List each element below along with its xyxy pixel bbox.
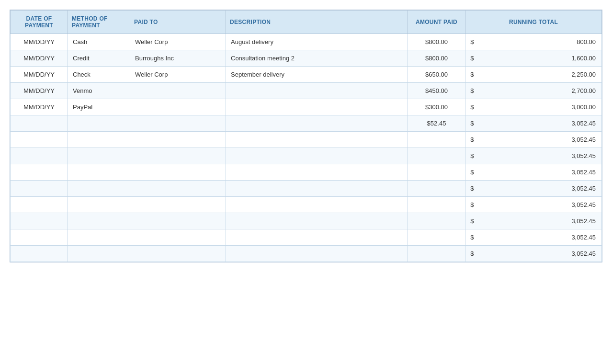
table-cell	[130, 213, 226, 229]
table-cell	[130, 229, 226, 246]
table-cell: MM/DD/YY	[11, 83, 68, 99]
table-cell	[226, 197, 408, 213]
table-cell	[130, 246, 226, 262]
table-row: $3,052.45	[11, 132, 602, 148]
table-cell	[68, 115, 130, 132]
table-cell: Cash	[68, 34, 130, 50]
table-cell	[408, 229, 465, 246]
table-row: $3,052.45	[11, 181, 602, 197]
table-cell	[68, 197, 130, 213]
table-cell	[408, 181, 465, 197]
table-row: $3,052.45	[11, 213, 602, 229]
running-total-dollar-sign: $	[465, 67, 475, 83]
table-cell	[226, 115, 408, 132]
header-running-total: RUNNING TOTAL	[465, 11, 602, 34]
table-cell	[130, 148, 226, 164]
table-cell	[408, 246, 465, 262]
running-total-dollar-sign: $	[465, 197, 475, 213]
table-cell	[226, 181, 408, 197]
running-total-value: 3,052.45	[475, 115, 602, 132]
table-cell: Weller Corp	[130, 34, 226, 50]
table-cell: Consultation meeting 2	[226, 50, 408, 67]
running-total-value: 3,052.45	[475, 213, 602, 229]
table-cell	[226, 164, 408, 181]
table-cell: $650.00	[408, 67, 465, 83]
table-cell	[226, 83, 408, 99]
running-total-dollar-sign: $	[465, 246, 475, 262]
table-cell	[408, 213, 465, 229]
running-total-dollar-sign: $	[465, 99, 475, 115]
table-row: $3,052.45	[11, 246, 602, 262]
header-amount-paid: AMOUNT PAID	[408, 11, 465, 34]
table-cell: $800.00	[408, 34, 465, 50]
table-cell	[408, 164, 465, 181]
table-cell: $52.45	[408, 115, 465, 132]
running-total-value: 800.00	[475, 34, 602, 50]
table-cell	[11, 115, 68, 132]
table-cell	[11, 148, 68, 164]
running-total-value: 3,052.45	[475, 246, 602, 262]
running-total-value: 3,052.45	[475, 132, 602, 148]
running-total-value: 3,052.45	[475, 197, 602, 213]
running-total-dollar-sign: $	[465, 132, 475, 148]
table-cell	[226, 99, 408, 115]
table-row: MM/DD/YYCreditBurroughs IncConsultation …	[11, 50, 602, 67]
table-cell: PayPal	[68, 99, 130, 115]
table-cell	[130, 164, 226, 181]
running-total-value: 3,052.45	[475, 148, 602, 164]
table-cell	[68, 132, 130, 148]
table-cell	[68, 181, 130, 197]
table-cell	[130, 115, 226, 132]
table-cell: Burroughs Inc	[130, 50, 226, 67]
table-header-row: DATE OF PAYMENT METHOD OF PAYMENT PAID T…	[11, 11, 602, 34]
payment-tracker-table: DATE OF PAYMENT METHOD OF PAYMENT PAID T…	[10, 10, 602, 262]
table-cell	[11, 132, 68, 148]
table-row: $3,052.45	[11, 197, 602, 213]
running-total-dollar-sign: $	[465, 34, 475, 50]
table-cell	[226, 213, 408, 229]
table-cell	[68, 164, 130, 181]
header-method-of-payment: METHOD OF PAYMENT	[68, 11, 130, 34]
table-cell: Weller Corp	[130, 67, 226, 83]
table-cell	[68, 229, 130, 246]
running-total-dollar-sign: $	[465, 229, 475, 246]
running-total-dollar-sign: $	[465, 164, 475, 181]
running-total-dollar-sign: $	[465, 213, 475, 229]
table-cell: MM/DD/YY	[11, 99, 68, 115]
header-paid-to: PAID TO	[130, 11, 226, 34]
running-total-dollar-sign: $	[465, 181, 475, 197]
running-total-value: 1,600.00	[475, 50, 602, 67]
table-cell	[11, 164, 68, 181]
table-cell: $800.00	[408, 50, 465, 67]
table-cell	[226, 246, 408, 262]
table-cell	[11, 229, 68, 246]
table-row: MM/DD/YYPayPal$300.00$3,000.00	[11, 99, 602, 115]
running-total-value: 3,052.45	[475, 164, 602, 181]
running-total-value: 2,250.00	[475, 67, 602, 83]
table-cell	[226, 148, 408, 164]
table-cell: Venmo	[68, 83, 130, 99]
table-cell	[68, 246, 130, 262]
table-cell: August delivery	[226, 34, 408, 50]
running-total-dollar-sign: $	[465, 83, 475, 99]
table-row: $3,052.45	[11, 229, 602, 246]
table-cell	[11, 213, 68, 229]
table-cell	[408, 148, 465, 164]
table-cell	[68, 213, 130, 229]
table-cell	[68, 148, 130, 164]
running-total-value: 2,700.00	[475, 83, 602, 99]
table-cell: MM/DD/YY	[11, 50, 68, 67]
table-row: $3,052.45	[11, 148, 602, 164]
table-cell	[11, 197, 68, 213]
table-cell: Credit	[68, 50, 130, 67]
header-description: DESCRIPTION	[226, 11, 408, 34]
table-cell: September delivery	[226, 67, 408, 83]
table-cell: MM/DD/YY	[11, 67, 68, 83]
table-cell	[130, 181, 226, 197]
table-cell	[11, 181, 68, 197]
table-cell	[130, 197, 226, 213]
table-row: MM/DD/YYVenmo$450.00$2,700.00	[11, 83, 602, 99]
table-cell: $450.00	[408, 83, 465, 99]
table-cell	[408, 197, 465, 213]
table-cell	[226, 229, 408, 246]
